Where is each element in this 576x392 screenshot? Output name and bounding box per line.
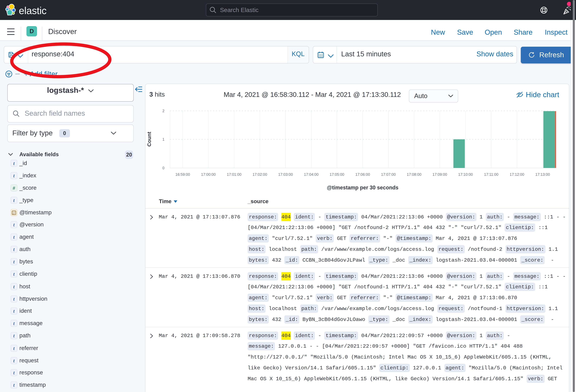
svg-text:1: 1 <box>162 137 165 141</box>
svg-text:17:09:00: 17:09:00 <box>432 172 447 176</box>
svg-text:17:06:00: 17:06:00 <box>355 172 370 176</box>
svg-text:17:11:00: 17:11:00 <box>484 172 498 176</box>
svg-text:17:08:00: 17:08:00 <box>407 172 422 176</box>
svg-text:17:00:00: 17:00:00 <box>201 172 216 176</box>
svg-text:0: 0 <box>162 166 165 170</box>
svg-text:@timestamp per 30 seconds: @timestamp per 30 seconds <box>327 185 399 191</box>
svg-text:17:05:00: 17:05:00 <box>330 172 345 176</box>
svg-text:Count: Count <box>146 132 152 146</box>
svg-text:17:13:00: 17:13:00 <box>535 172 550 176</box>
svg-text:17:04:00: 17:04:00 <box>304 172 319 176</box>
svg-text:17:12:00: 17:12:00 <box>510 172 524 176</box>
svg-text:17:02:00: 17:02:00 <box>253 172 267 176</box>
svg-text:17:03:00: 17:03:00 <box>278 172 293 176</box>
svg-text:16:59:00: 16:59:00 <box>175 172 190 176</box>
svg-text:17:10:00: 17:10:00 <box>458 172 473 176</box>
svg-text:17:01:00: 17:01:00 <box>227 172 241 176</box>
svg-text:17:07:00: 17:07:00 <box>381 172 396 176</box>
